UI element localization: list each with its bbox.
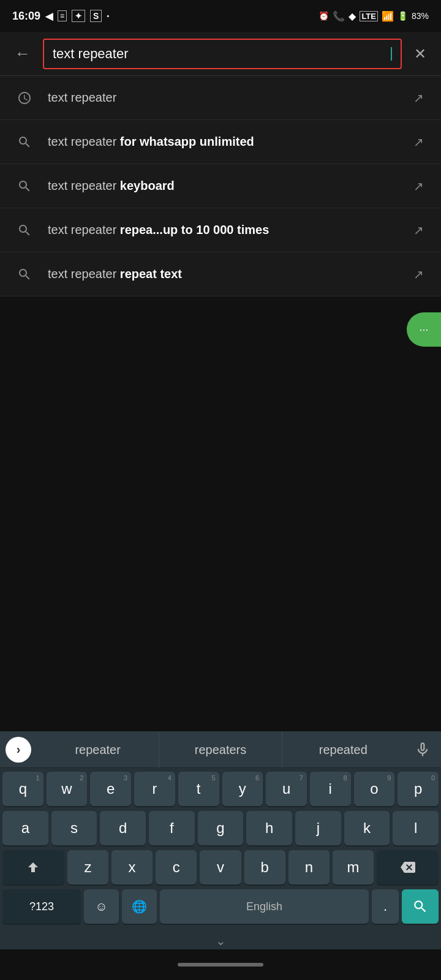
key-space[interactable]: English	[160, 889, 369, 924]
time-display: 16:09	[12, 10, 40, 23]
key-b[interactable]: b	[244, 850, 285, 884]
key-o[interactable]: o9	[354, 772, 395, 806]
key-x[interactable]: x	[111, 850, 153, 884]
key-y[interactable]: y6	[222, 772, 263, 806]
teams-icon: ✦	[72, 10, 85, 22]
cursor-indicator	[391, 47, 392, 61]
suggestion-item-1[interactable]: text repeater ↗	[0, 76, 441, 120]
suggestion-arrow-2[interactable]: ↗	[409, 130, 429, 154]
key-emoji[interactable]: ☺	[84, 889, 119, 924]
key-shift[interactable]	[2, 850, 64, 884]
key-row-3: z x c v b n m	[2, 850, 439, 884]
back-button[interactable]: ←	[10, 39, 36, 68]
keyboard-collapse-icon[interactable]: ⌄	[216, 933, 226, 948]
clear-button[interactable]: ✕	[409, 40, 431, 67]
keyboard: › repeater repeaters repeated q1 w2 e3 r…	[0, 731, 441, 949]
floating-action-button[interactable]: ···	[407, 312, 441, 347]
key-w[interactable]: w2	[47, 772, 88, 806]
suggestion-arrow-1[interactable]: ↗	[409, 86, 429, 110]
word-suggestion-items: repeater repeaters repeated	[37, 731, 404, 768]
alarm-icon: ⏰	[318, 11, 329, 21]
key-z[interactable]: z	[67, 850, 108, 884]
key-s[interactable]: s	[51, 811, 97, 845]
suggestion-arrow-3[interactable]: ↗	[409, 174, 429, 198]
suggestion-text-5: text repeater repeat text	[48, 267, 409, 281]
suggestion-item-5[interactable]: text repeater repeat text ↗	[0, 252, 441, 296]
key-search[interactable]	[402, 889, 439, 924]
key-h[interactable]: h	[246, 811, 292, 845]
key-a[interactable]: a	[2, 811, 48, 845]
search-input-text: text repeater	[53, 46, 390, 62]
suggestion-text-1: text repeater	[48, 91, 409, 105]
key-period[interactable]: .	[372, 889, 399, 924]
dot-icon: •	[107, 13, 109, 20]
history-icon	[12, 91, 37, 105]
search-bar: ← text repeater ✕	[0, 32, 441, 76]
word-suggestion-2[interactable]: repeaters	[159, 731, 282, 768]
key-symbols[interactable]: ?123	[2, 889, 81, 924]
suggestions-list: text repeater ↗ text repeater for whatsa…	[0, 76, 441, 296]
status-right-area: ⏰ 📞 ◆ LTE 📶 🔋 83%	[318, 10, 429, 22]
key-m[interactable]: m	[333, 850, 374, 884]
word-suggestions-bar: › repeater repeaters repeated	[0, 731, 441, 768]
lte-icon: LTE	[360, 11, 378, 21]
key-v[interactable]: v	[200, 850, 241, 884]
expand-icon: ›	[6, 737, 31, 763]
status-time-area: 16:09 ◀ ≡ ✦ S •	[12, 10, 109, 23]
key-u[interactable]: u7	[266, 772, 307, 806]
key-q[interactable]: q1	[2, 772, 43, 806]
suggestion-text-2: text repeater for whatsapp unlimited	[48, 135, 409, 149]
battery-percent: 83%	[412, 11, 429, 21]
suggestion-arrow-4[interactable]: ↗	[409, 218, 429, 243]
key-k[interactable]: k	[344, 811, 390, 845]
key-i[interactable]: i8	[310, 772, 351, 806]
expand-suggestions-button[interactable]: ›	[0, 731, 37, 768]
key-j[interactable]: j	[295, 811, 341, 845]
word-suggestion-3[interactable]: repeated	[282, 731, 404, 768]
key-f[interactable]: f	[149, 811, 195, 845]
key-g[interactable]: g	[198, 811, 244, 845]
key-backspace[interactable]	[377, 850, 439, 884]
key-globe[interactable]: 🌐	[122, 889, 157, 924]
keyboard-rows: q1 w2 e3 r4 t5 y6 u7 i8 o9 p0 a s d f g …	[0, 768, 441, 931]
key-row-2: a s d f g h j k l	[2, 811, 439, 845]
key-row-1: q1 w2 e3 r4 t5 y6 u7 i8 o9 p0	[2, 772, 439, 806]
phone-icon: 📞	[333, 10, 345, 22]
search-icon-2	[12, 135, 37, 149]
key-row-4: ?123 ☺ 🌐 English .	[2, 889, 439, 924]
status-bar: 16:09 ◀ ≡ ✦ S • ⏰ 📞 ◆ LTE 📶 🔋 83%	[0, 0, 441, 32]
key-d[interactable]: d	[100, 811, 146, 845]
float-btn-label: ···	[419, 323, 428, 336]
key-e[interactable]: e3	[90, 772, 131, 806]
search-icon-3	[12, 179, 37, 194]
key-n[interactable]: n	[288, 850, 330, 884]
suggestion-text-4: text repeater repea...up to 10 000 times	[48, 223, 409, 237]
key-c[interactable]: c	[156, 850, 197, 884]
suggestion-item-4[interactable]: text repeater repea...up to 10 000 times…	[0, 208, 441, 252]
key-r[interactable]: r4	[134, 772, 175, 806]
key-l[interactable]: l	[393, 811, 439, 845]
nav-pill	[178, 963, 263, 967]
navigation-bar	[0, 949, 441, 980]
suggestion-item-2[interactable]: text repeater for whatsapp unlimited ↗	[0, 120, 441, 164]
suggestion-arrow-5[interactable]: ↗	[409, 262, 429, 287]
key-p[interactable]: p0	[398, 772, 439, 806]
word-suggestion-1[interactable]: repeater	[37, 731, 159, 768]
wifi-icon: ◆	[349, 10, 356, 22]
suggestion-item-3[interactable]: text repeater keyboard ↗	[0, 164, 441, 208]
mic-button[interactable]	[404, 731, 441, 768]
battery-icon: 🔋	[398, 11, 408, 21]
search-icon-5	[12, 267, 37, 282]
msg-icon: ≡	[58, 10, 67, 21]
search-input-wrapper[interactable]: text repeater	[43, 39, 402, 69]
location-icon: ◀	[45, 10, 53, 22]
signal-icon: 📶	[382, 10, 394, 22]
key-t[interactable]: t5	[178, 772, 219, 806]
suggestion-text-3: text repeater keyboard	[48, 179, 409, 193]
s-icon: S	[90, 10, 102, 22]
search-icon-4	[12, 223, 37, 238]
